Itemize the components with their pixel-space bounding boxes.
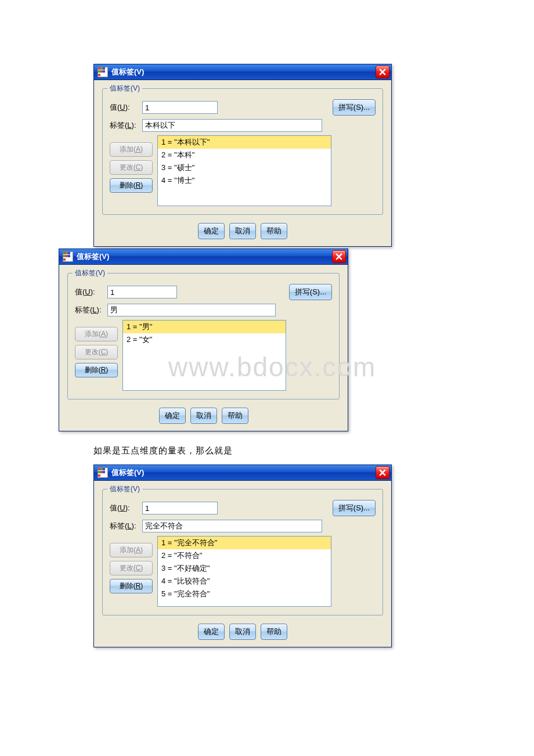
help-button[interactable]: 帮助 [261, 624, 287, 640]
value-label: 值(U): [75, 287, 107, 297]
titlebar[interactable]: 值标签(V) [94, 465, 391, 481]
close-button[interactable] [376, 66, 389, 78]
list-item[interactable]: 1 = "男" [123, 321, 286, 333]
group-label: 值标签(V) [73, 268, 107, 278]
label-input[interactable] [142, 520, 322, 532]
close-button[interactable] [332, 250, 346, 263]
label-input[interactable] [107, 304, 276, 316]
close-icon [335, 253, 342, 260]
label-label: 标签(L): [75, 305, 107, 315]
value-labels-group: 值标签(V) 值(U): 拼写(S)... 标签(L): 添加(A) 更改(C)… [67, 273, 340, 399]
value-labels-list[interactable]: 1 = "本科以下" 2 = "本科" 3 = "硕士" 4 = "博士" [157, 135, 331, 206]
list-item[interactable]: 2 = "女" [123, 333, 286, 346]
value-input[interactable] [107, 286, 177, 298]
spelling-button[interactable]: 拼写(S)... [333, 99, 376, 116]
cancel-button[interactable]: 取消 [229, 624, 256, 640]
add-button: 添加(A) [110, 543, 153, 557]
spelling-button[interactable]: 拼写(S)... [333, 500, 376, 516]
value-label: 值(U): [110, 503, 142, 513]
ok-button[interactable]: 确定 [198, 223, 225, 239]
remove-button[interactable]: 删除(R) [110, 178, 153, 193]
titlebar[interactable]: 值标签(V) [94, 64, 391, 80]
list-item[interactable]: 3 = "不好确定" [158, 562, 331, 575]
list-item[interactable]: 3 = "硕士" [158, 161, 331, 174]
remove-button[interactable]: 删除(R) [110, 579, 153, 593]
value-labels-dialog-1: 值标签(V) 值标签(V) 值(U): 拼写(S)... 标签(L): 添加(A… [93, 64, 392, 247]
titlebar[interactable]: 值标签(V) [59, 249, 348, 265]
dialog-title: 值标签(V) [111, 467, 376, 478]
label-label: 标签(L): [110, 120, 142, 131]
add-button: 添加(A) [75, 327, 118, 341]
value-label: 值(U): [110, 102, 142, 113]
app-grid-icon [63, 251, 73, 262]
app-grid-icon [98, 67, 108, 77]
value-labels-list[interactable]: 1 = "男" 2 = "女" [122, 320, 286, 391]
cancel-button[interactable]: 取消 [229, 223, 256, 239]
change-button: 更改(C) [110, 160, 153, 175]
close-icon [379, 69, 386, 75]
list-item[interactable]: 2 = "本科" [158, 149, 331, 161]
list-item[interactable]: 4 = "比较符合" [158, 575, 331, 588]
group-label: 值标签(V) [107, 484, 142, 494]
dialog-title: 值标签(V) [111, 67, 376, 77]
close-button[interactable] [376, 466, 389, 479]
change-button: 更改(C) [75, 345, 118, 359]
dialog-title: 值标签(V) [77, 251, 332, 262]
list-item[interactable]: 2 = "不符合" [158, 549, 331, 562]
label-label: 标签(L): [110, 521, 142, 531]
value-input[interactable] [142, 101, 218, 114]
close-icon [379, 469, 386, 476]
list-item[interactable]: 4 = "博士" [158, 174, 331, 187]
change-button: 更改(C) [110, 561, 153, 575]
ok-button[interactable]: 确定 [159, 408, 186, 424]
document-paragraph: 如果是五点维度的量表，那么就是 [93, 445, 478, 456]
add-button: 添加(A) [110, 142, 153, 157]
help-button[interactable]: 帮助 [222, 408, 248, 424]
list-item[interactable]: 5 = "完全符合" [158, 588, 331, 600]
list-item[interactable]: 1 = "完全不符合" [158, 537, 331, 549]
value-labels-dialog-2: 值标签(V) 值标签(V) 值(U): 拼写(S)... 标签(L): 添加(A… [59, 249, 348, 431]
label-input[interactable] [142, 119, 322, 132]
value-labels-group: 值标签(V) 值(U): 拼写(S)... 标签(L): 添加(A) 更改(C)… [102, 88, 383, 215]
help-button[interactable]: 帮助 [261, 223, 287, 239]
ok-button[interactable]: 确定 [198, 624, 225, 640]
list-item[interactable]: 1 = "本科以下" [158, 136, 331, 149]
remove-button[interactable]: 删除(R) [75, 363, 118, 377]
app-grid-icon [98, 467, 108, 478]
spelling-button[interactable]: 拼写(S)... [289, 284, 332, 300]
value-labels-dialog-3: 值标签(V) 值标签(V) 值(U): 拼写(S)... 标签(L): 添加(A… [93, 465, 392, 647]
value-labels-group: 值标签(V) 值(U): 拼写(S)... 标签(L): 添加(A) 更改(C)… [102, 489, 383, 615]
cancel-button[interactable]: 取消 [190, 408, 217, 424]
value-input[interactable] [142, 502, 218, 514]
value-labels-list[interactable]: 1 = "完全不符合" 2 = "不符合" 3 = "不好确定" 4 = "比较… [157, 536, 331, 607]
group-label: 值标签(V) [107, 84, 142, 93]
